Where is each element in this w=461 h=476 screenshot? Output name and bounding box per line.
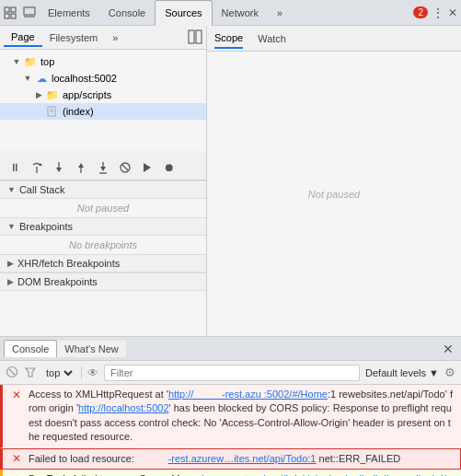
folder-icon-top: 📁 xyxy=(24,55,37,68)
error-count-badge: 2 xyxy=(413,6,428,18)
tree-label-appscripts: app/scripts xyxy=(63,89,111,100)
tree-arrow-appscripts: ▶ xyxy=(33,89,44,100)
console-msg-sourcemap-warning[interactable]: ⚠ DevTools failed to parse SourceMap: ch… xyxy=(0,470,461,476)
svg-marker-14 xyxy=(56,168,62,172)
tree-item-index[interactable]: ▶ (index) xyxy=(0,103,206,120)
svg-marker-16 xyxy=(78,163,84,168)
svg-rect-2 xyxy=(11,7,16,12)
svg-rect-3 xyxy=(11,14,16,18)
pause-btn[interactable]: ⏸ xyxy=(6,158,24,177)
svg-line-21 xyxy=(122,165,128,170)
console-msg-failed-load[interactable]: ✕ Failed to load resource: -rest.azurew…… xyxy=(0,448,461,470)
console-msg-cors-error[interactable]: ✕ Access to XMLHttpRequest at 'http:// -… xyxy=(0,385,461,448)
long-resume-btn[interactable]: ⏺ xyxy=(160,158,179,177)
section-breakpoints-content: No breakpoints xyxy=(0,236,206,254)
tree-item-localhost[interactable]: ▼ ☁ localhost:5002 xyxy=(0,70,206,87)
file-icon-index xyxy=(46,105,59,118)
sources-sub-tabs: Page Filesystem » xyxy=(0,26,206,50)
tree-label-localhost: localhost:5002 xyxy=(52,73,117,84)
top-bar-right: 2 ⋮ ✕ xyxy=(413,6,457,20)
step-over-btn[interactable] xyxy=(28,158,46,177)
step-btn[interactable] xyxy=(94,158,112,177)
debugger-toolbar: ⏸ ⏺ xyxy=(0,155,206,180)
left-panel: Page Filesystem » ▼ 📁 top ▼ ☁ localhost: xyxy=(0,26,207,336)
top-tab-bar: Elements Console Sources Network » 2 ⋮ ✕ xyxy=(0,0,461,26)
section-call-stack[interactable]: ▼ Call Stack xyxy=(0,180,206,199)
subtab-filesystem[interactable]: Filesystem xyxy=(42,29,106,46)
tab-watch[interactable]: Watch xyxy=(258,29,286,48)
console-msg-cors-text: Access to XMLHttpRequest at 'http:// -re… xyxy=(29,388,454,445)
svg-rect-6 xyxy=(189,30,194,43)
scope-watch-tabs: Scope Watch xyxy=(207,26,461,52)
section-dom-breakpoints[interactable]: ▶ DOM Breakpoints xyxy=(0,273,206,291)
svg-marker-18 xyxy=(100,167,106,171)
sections-container: ▼ Call Stack Not paused ▼ Breakpoints No… xyxy=(0,180,206,291)
console-settings-icon[interactable]: ⚙ xyxy=(444,366,455,379)
tab-scope[interactable]: Scope xyxy=(214,29,243,49)
svg-rect-4 xyxy=(24,7,35,15)
filter-input[interactable] xyxy=(104,365,360,381)
more-options-icon[interactable]: ⋮ xyxy=(432,6,444,20)
section-call-stack-content: Not paused xyxy=(0,199,206,217)
tab-elements[interactable]: Elements xyxy=(39,0,99,26)
folder-icon-appscripts: 📁 xyxy=(46,88,59,101)
section-arrow-xhr: ▶ xyxy=(7,259,14,268)
tree-arrow-top: ▼ xyxy=(11,56,22,67)
scope-content-area: Not paused xyxy=(207,52,461,336)
section-breakpoints[interactable]: ▼ Breakpoints xyxy=(0,217,206,236)
url-link-3[interactable]: -rest.azurew…ites.net/api/Todo:1 xyxy=(168,453,317,464)
tree-arrow-localhost: ▼ xyxy=(22,73,33,84)
url-link-2[interactable]: http://localhost:5002 xyxy=(78,402,168,413)
nav-inspect-icon[interactable] xyxy=(23,6,36,19)
nav-back-icon[interactable] xyxy=(4,6,17,19)
url-link-1[interactable]: http:// -rest.azu :5002/#/Home xyxy=(168,389,328,400)
clear-console-icon[interactable] xyxy=(6,366,18,380)
error-icon-2: ✕ xyxy=(10,453,23,466)
section-arrow-breakpoints: ▼ xyxy=(7,222,16,231)
console-msg-sourcemap-text: DevTools failed to parse SourceMap: chro… xyxy=(29,472,454,476)
eye-icon[interactable]: 👁 xyxy=(87,366,98,379)
section-arrow-dom: ▶ xyxy=(7,277,14,286)
resume-btn[interactable] xyxy=(138,158,156,177)
tree-label-index: (index) xyxy=(63,106,94,117)
tab-network[interactable]: Network xyxy=(213,0,268,26)
svg-line-24 xyxy=(9,369,15,375)
section-arrow-callstack: ▼ xyxy=(7,185,16,194)
right-panel: Scope Watch Not paused xyxy=(207,26,461,336)
svg-rect-7 xyxy=(196,30,202,43)
default-levels-dropdown[interactable]: Default levels ▼ xyxy=(365,367,439,378)
console-tab-console[interactable]: Console xyxy=(4,340,57,357)
filter-icon[interactable] xyxy=(24,366,37,380)
section-xhr-breakpoints[interactable]: ▶ XHR/fetch Breakpoints xyxy=(0,254,206,273)
console-messages: ✕ Access to XMLHttpRequest at 'http:// -… xyxy=(0,385,461,476)
svg-rect-0 xyxy=(5,7,9,12)
step-into-btn[interactable] xyxy=(50,158,68,177)
context-selector[interactable]: top xyxy=(42,366,75,379)
split-view-icon[interactable] xyxy=(188,29,202,46)
tab-console[interactable]: Console xyxy=(99,0,155,26)
close-console-icon[interactable]: ✕ xyxy=(439,342,457,356)
close-devtools-icon[interactable]: ✕ xyxy=(448,6,457,19)
deactivate-btn[interactable] xyxy=(116,158,134,177)
tree-label-top: top xyxy=(40,56,54,67)
console-toolbar: top 👁 Default levels ▼ ⚙ xyxy=(0,361,461,385)
tree-item-top[interactable]: ▼ 📁 top xyxy=(0,53,206,70)
tab-more[interactable]: » xyxy=(268,0,292,26)
console-tab-whats-new[interactable]: What's New xyxy=(57,341,125,357)
error-icon-1: ✕ xyxy=(10,389,23,401)
cloud-icon-localhost: ☁ xyxy=(35,72,48,85)
step-out-btn[interactable] xyxy=(72,158,90,177)
svg-rect-1 xyxy=(5,14,9,18)
console-msg-failed-text: Failed to load resource: -rest.azurew…it… xyxy=(29,452,453,466)
tree-item-appscripts[interactable]: ▶ 📁 app/scripts xyxy=(0,87,206,103)
subtab-page[interactable]: Page xyxy=(4,29,42,47)
console-tab-bar: Console What's New ✕ xyxy=(0,337,461,361)
svg-marker-22 xyxy=(144,163,151,172)
subtab-more[interactable]: » xyxy=(105,29,125,46)
file-tree: ▼ 📁 top ▼ ☁ localhost:5002 ▶ 📁 app/scrip… xyxy=(0,50,206,151)
tab-sources[interactable]: Sources xyxy=(155,0,212,26)
console-area: Console What's New ✕ top 👁 Default level… xyxy=(0,337,461,476)
